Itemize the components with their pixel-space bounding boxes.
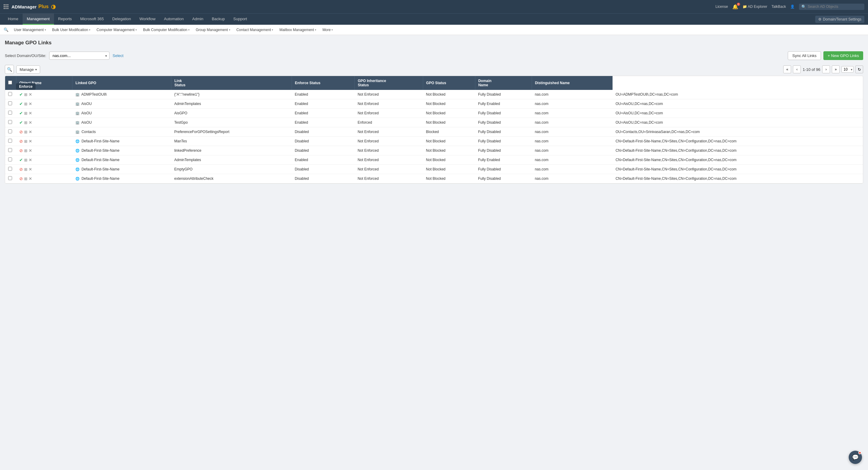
user-avatar[interactable]: 👤 [790, 4, 795, 9]
row-checkbox[interactable] [8, 139, 12, 143]
linked-gpo-cell: EmptyGPO [171, 165, 292, 174]
new-gpo-links-button[interactable]: + New GPO Links [824, 51, 863, 60]
row-checkbox[interactable] [8, 157, 12, 161]
edit-icon[interactable]: ⊞ [24, 120, 27, 125]
sub-nav-item-mailbox-management[interactable]: Mailbox Management ▾ [276, 26, 319, 34]
delete-icon[interactable]: ✕ [29, 167, 32, 171]
nav-item-home[interactable]: Home [4, 13, 23, 25]
manage-dropdown-arrow: ▾ [35, 68, 37, 71]
delete-icon[interactable]: ✕ [29, 102, 32, 106]
row-checkbox[interactable] [8, 129, 12, 133]
row-checkbox[interactable] [8, 148, 12, 152]
grid-icon[interactable] [4, 4, 8, 9]
sync-all-links-button[interactable]: Sync All Links [788, 51, 821, 60]
domain-select-wrap: nas.com... [49, 52, 110, 60]
nav-item-support[interactable]: Support [229, 13, 251, 25]
object-name-cell: 🌐 Default-First-Site-Name [72, 174, 171, 183]
prev-page-button[interactable]: ‹ [793, 65, 801, 73]
distinguished-name-cell: OU=AisOU,DC=nas,DC=com [613, 99, 863, 108]
object-name-cell: 🏢 ADMPTestOU8\ [72, 90, 171, 99]
last-page-button[interactable]: » [832, 65, 840, 73]
row-checkbox[interactable] [8, 101, 12, 105]
edit-icon[interactable]: ⊞ [24, 158, 27, 162]
delete-icon[interactable]: ✕ [29, 177, 32, 181]
domain-name-cell: nas.com [532, 146, 613, 155]
nav-item-delegation[interactable]: Delegation [108, 13, 135, 25]
nav-item-reports[interactable]: Reports [54, 13, 76, 25]
sub-nav-search-icon[interactable]: 🔍 [4, 27, 8, 32]
link-status-cell: Disabled [292, 137, 354, 146]
logo-plus: Plus [38, 4, 49, 9]
nav-item-backup[interactable]: Backup [208, 13, 229, 25]
top-bar: ADManager Plus ◑ License 🔔2 📁 AD Explore… [0, 0, 868, 13]
domain-select[interactable]: nas.com... [49, 52, 110, 60]
sub-nav-item-computer-management[interactable]: Computer Management ▾ [93, 26, 140, 34]
license-link[interactable]: License [715, 4, 728, 9]
status-icon: ✔ [19, 111, 23, 116]
row-actions: ⊘ ⊞ ✕ [16, 146, 72, 155]
select-link[interactable]: Select [113, 53, 123, 58]
row-actions: ✔ ⊞ ✕ [16, 118, 72, 127]
edit-icon[interactable]: ⊞ [24, 92, 27, 97]
edit-icon[interactable]: ⊞ [24, 167, 27, 171]
next-page-button[interactable]: › [822, 65, 830, 73]
col-gpo-inheritance: GPO InheritanceStatus [355, 76, 423, 90]
nav-item-management[interactable]: Management [23, 13, 54, 25]
edit-icon[interactable]: ⊞ [24, 111, 27, 116]
gpo-inheritance-cell: Not Blocked [423, 118, 475, 127]
delete-icon[interactable]: ✕ [29, 120, 32, 125]
sub-nav-item-bulk-user-modification[interactable]: Bulk User Modification ▾ [49, 26, 93, 34]
row-checkbox[interactable] [8, 167, 12, 171]
sub-nav-item-bulk-computer-modification[interactable]: Bulk Computer Modification ▾ [140, 26, 193, 34]
distinguished-name-cell: OU=AisOU,DC=nas,DC=com [613, 118, 863, 127]
table-search-button[interactable]: 🔍 [5, 65, 14, 74]
edit-icon[interactable]: ⊞ [24, 149, 27, 153]
link-status-cell: Enabled [292, 155, 354, 165]
chevron-down-icon: ▾ [89, 28, 91, 31]
nav-item-admin[interactable]: Admin [188, 13, 208, 25]
first-page-button[interactable]: « [783, 65, 791, 73]
row-actions: ⊘ ⊞ ✕ [16, 165, 72, 174]
delete-icon[interactable]: ✕ [29, 130, 32, 134]
object-type-icon: 🏢 [75, 93, 80, 96]
edit-icon[interactable]: ⊞ [24, 139, 27, 144]
object-name: AisOU [81, 120, 92, 125]
enforce-status-cell: Not Enforced [355, 90, 423, 99]
object-type-icon: 🏢 [75, 130, 80, 134]
ad-explorer-link[interactable]: 📁 AD Explorer [743, 4, 767, 9]
domain-settings-button[interactable]: ⚙ Domain/Tenant Settings [815, 16, 864, 23]
nav-item-automation[interactable]: Automation [160, 13, 188, 25]
sub-nav-item-more[interactable]: More ▾ [319, 26, 336, 34]
talkback-link[interactable]: TalkBack [772, 4, 786, 9]
row-checkbox[interactable] [8, 120, 12, 124]
sub-nav-item-group-management[interactable]: Group Management ▾ [193, 26, 234, 34]
object-name: Default-First-Site-Name [82, 149, 119, 153]
nav-item-microsoft-365[interactable]: Microsoft 365 [76, 13, 108, 25]
manage-dropdown[interactable]: Manage ▾ [16, 65, 40, 73]
delete-icon[interactable]: ✕ [29, 149, 32, 153]
object-type-icon: 🏢 [75, 111, 80, 115]
row-checkbox-cell [5, 137, 16, 146]
per-page-select[interactable]: 10 25 50 [841, 66, 854, 73]
notification-bell[interactable]: 🔔2 [732, 4, 738, 10]
row-actions: ✔ ⊞ ✕ [16, 155, 72, 165]
row-checkbox[interactable] [8, 92, 12, 96]
sub-nav-item-contact-management[interactable]: Contact Management ▾ [234, 26, 277, 34]
delete-icon[interactable]: ✕ [29, 139, 32, 144]
delete-icon[interactable]: ✕ [29, 158, 32, 162]
edit-icon[interactable]: ⊞ [24, 102, 27, 106]
refresh-button[interactable]: ↻ [855, 65, 863, 73]
select-all-checkbox[interactable] [8, 81, 12, 85]
object-type-icon: 🏢 [75, 102, 80, 105]
nav-item-workflow[interactable]: Workflow [135, 13, 159, 25]
enforce-status-cell: Not Enforced [355, 174, 423, 183]
sub-nav-item-user-management[interactable]: User Management ▾ [11, 26, 49, 34]
delete-icon[interactable]: ✕ [29, 111, 32, 116]
delete-icon[interactable]: ✕ [29, 92, 32, 97]
edit-icon[interactable]: ⊞ [24, 177, 27, 181]
row-checkbox[interactable] [8, 176, 12, 180]
edit-icon[interactable]: ⊞ [24, 130, 27, 134]
search-input[interactable] [808, 4, 862, 9]
nav-bar: HomeManagementReportsMicrosoft 365Delega… [0, 13, 868, 25]
row-checkbox[interactable] [8, 111, 12, 115]
